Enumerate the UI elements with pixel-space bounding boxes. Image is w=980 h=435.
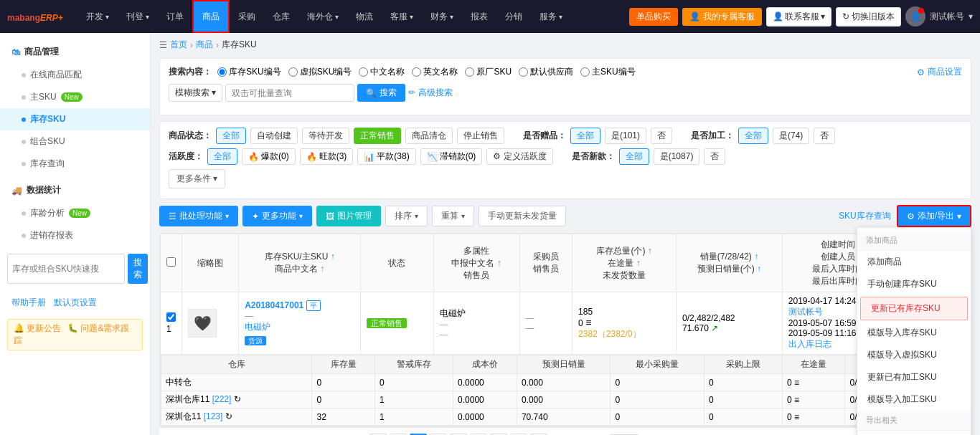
fuzzy-search-button[interactable]: 模糊搜索 ▾	[169, 84, 222, 102]
nav-services[interactable]: 服务 ▾	[531, 0, 571, 33]
dropdown-import-stock-sku[interactable]: 模版导入库存SKU	[857, 322, 971, 344]
search-label: 搜索内容：	[169, 66, 212, 78]
nav-logistics[interactable]: 物流	[347, 0, 382, 33]
contact-service-button[interactable]: 👤 联系客服 ▾	[766, 7, 831, 27]
warehouse-link[interactable]: [123]	[204, 411, 223, 421]
default-settings-link[interactable]: 默认页设置	[54, 297, 97, 307]
search-option-stock-sku[interactable]: 库存SKU编号	[217, 66, 281, 78]
dropdown-import-virtual-sku[interactable]: 模版导入虚拟SKU	[857, 344, 971, 366]
product-settings-link[interactable]: ⚙ 商品设置	[917, 66, 962, 78]
dropdown-add-product[interactable]: 添加商品	[857, 251, 971, 273]
process-all-btn[interactable]: 全部	[738, 128, 768, 144]
dropdown-update-process-sku[interactable]: 更新已有加工SKU	[857, 366, 971, 388]
single-buy-button[interactable]: 单品购买	[629, 8, 678, 26]
sidebar-item-stock-query[interactable]: 库存查询	[0, 153, 150, 175]
sidebar-item-stock-sku[interactable]: 库存SKU	[0, 108, 150, 130]
dropdown-import-process-sku[interactable]: 模版导入加工SKU	[857, 388, 971, 411]
dropdown-export-selected[interactable]: 导出为勾选的库存SKU	[857, 431, 971, 435]
nav-purchase[interactable]: 采购	[230, 0, 264, 33]
activity-all-btn[interactable]: 全部	[207, 148, 237, 165]
activity-slow-btn[interactable]: 📉滞销款(0)	[420, 148, 483, 165]
search-option-original-sku[interactable]: 原厂SKU	[465, 66, 512, 78]
search-option-en-name[interactable]: 英文名称	[412, 66, 458, 78]
breadcrumb-home[interactable]: 首页	[170, 39, 187, 51]
expert-service-button[interactable]: 👤 我的专属客服	[682, 8, 762, 26]
gift-no-btn[interactable]: 否	[651, 128, 672, 144]
new-all-btn[interactable]: 全部	[619, 148, 649, 165]
nav-warehouse[interactable]: 仓库	[264, 0, 298, 33]
status-normal-btn[interactable]: 正常销售	[354, 128, 401, 144]
new-yes-btn[interactable]: 是(1087)	[654, 148, 700, 165]
nav-develop[interactable]: 开发 ▾	[77, 0, 118, 33]
new-no-btn[interactable]: 否	[704, 148, 725, 165]
source-tag[interactable]: 货源	[245, 336, 266, 345]
gift-all-btn[interactable]: 全部	[570, 128, 600, 144]
warehouse-link[interactable]: [222]	[212, 394, 232, 404]
search-option-default-supplier[interactable]: 默认供应商	[519, 66, 573, 78]
dropdown-create-stock-sku[interactable]: 手动创建库存SKU	[857, 273, 971, 295]
refresh-icon[interactable]: ↻	[234, 394, 241, 404]
activity-popular-btn[interactable]: 🔥旺款(3)	[300, 148, 354, 165]
sidebar-item-online-match[interactable]: 在线商品匹配	[0, 64, 150, 86]
status-stop-btn[interactable]: 停止销售	[457, 128, 504, 144]
process-yes-btn[interactable]: 是(74)	[773, 128, 809, 144]
sub-col-transit: 在途量	[782, 355, 845, 374]
more-function-button[interactable]: ✦ 更多功能 ▾	[242, 206, 312, 226]
batch-button[interactable]: ☰ 批处理功能 ▾	[159, 206, 238, 226]
nav-distribution[interactable]: 分销	[496, 0, 531, 33]
nav-publish[interactable]: 刊登 ▾	[118, 0, 158, 33]
toolbar-right: SKU库存查询 ⚙ 添加/导出 ▾ 添加商品 添加商品 手动创建库存SKU 更新…	[839, 205, 971, 227]
sidebar-search-button[interactable]: 搜索	[128, 254, 148, 284]
sidebar-item-stock-age[interactable]: 库龄分析 New	[0, 202, 150, 224]
update-unsent-button[interactable]: 手动更新未发货量	[479, 206, 566, 226]
nav-service[interactable]: 客服 ▾	[382, 0, 422, 33]
nav-finance[interactable]: 财务 ▾	[422, 0, 462, 33]
user-avatar[interactable]: 👤	[905, 6, 925, 27]
sidebar-item-combo-sku[interactable]: 组合SKU	[0, 130, 150, 153]
sidebar-item-sales-report[interactable]: 进销存报表	[0, 224, 150, 247]
nav-overseas[interactable]: 海外仓 ▾	[298, 0, 347, 33]
search-button[interactable]: 🔍 搜索	[357, 84, 405, 102]
sub-table-row: 中转仓 000.00000.000000 ≡0/0/0	[161, 374, 970, 391]
sidebar-item-main-sku[interactable]: 主SKU New	[0, 86, 150, 108]
chevron-icon: ▾	[821, 11, 825, 21]
sort-button[interactable]: 排序 ▾	[385, 206, 428, 226]
add-export-wrap: ⚙ 添加/导出 ▾ 添加商品 添加商品 手动创建库存SKU 更新已有库存SKU …	[897, 205, 971, 227]
nav-product[interactable]: 商品	[192, 0, 230, 33]
add-export-button[interactable]: ⚙ 添加/导出 ▾	[897, 205, 971, 227]
process-no-btn[interactable]: 否	[814, 128, 835, 144]
activity-normal-btn[interactable]: 📊平款(38)	[357, 148, 415, 165]
sku-id-link[interactable]: A20180417001	[245, 300, 303, 310]
activity-custom-btn[interactable]: ⚙ 定义活跃度	[486, 148, 552, 165]
header: mabangERP+ 开发 ▾ 刊登 ▾ 订单 商品 采购 仓库 海外仓 ▾ 物…	[0, 0, 980, 33]
help-link[interactable]: 帮助手册	[11, 297, 46, 307]
product-name-link[interactable]: 电磁炉	[245, 322, 270, 332]
search-input[interactable]	[225, 84, 354, 102]
more-conditions-btn[interactable]: 更多条件 ▾	[169, 169, 225, 188]
nav-order[interactable]: 订单	[158, 0, 192, 33]
advanced-search-button[interactable]: ✏ 高级搜索	[408, 84, 452, 102]
recalc-button[interactable]: 重算 ▾	[432, 206, 474, 226]
activity-hot-btn[interactable]: 🔥爆款(0)	[242, 148, 296, 165]
col-purchase-person: 采购员销售员	[519, 234, 573, 292]
stock-log-link[interactable]: 出入库日志	[788, 339, 831, 349]
sku-stock-query-link[interactable]: SKU库存查询	[839, 210, 891, 222]
status-auto-btn[interactable]: 自动创建	[250, 128, 298, 144]
breadcrumb-product[interactable]: 商品	[196, 39, 213, 51]
search-option-cn-name[interactable]: 中文名称	[359, 66, 405, 78]
update-notice[interactable]: 🔔 更新公告 🐛 问题&需求跟踪	[7, 319, 143, 350]
search-option-main-sku[interactable]: 主SKU编号	[580, 66, 636, 78]
image-manage-button[interactable]: 🖼 图片管理	[316, 206, 381, 226]
gift-yes-btn[interactable]: 是(101)	[605, 128, 646, 144]
status-waiting-btn[interactable]: 等待开发	[302, 128, 349, 144]
refresh-icon[interactable]: ↻	[225, 411, 232, 421]
nav-report[interactable]: 报表	[462, 0, 496, 33]
row-checkbox[interactable]	[166, 312, 176, 322]
search-option-virtual-sku[interactable]: 虚拟SKU编号	[288, 66, 352, 78]
dropdown-update-stock-sku[interactable]: 更新已有库存SKU	[860, 297, 968, 320]
switch-version-button[interactable]: ↻ 切换旧版本	[836, 7, 901, 27]
sidebar-search-input[interactable]	[7, 254, 125, 284]
status-all-btn[interactable]: 全部	[216, 128, 246, 144]
select-all-checkbox[interactable]	[166, 257, 176, 267]
status-clearance-btn[interactable]: 商品清仓	[405, 128, 453, 144]
